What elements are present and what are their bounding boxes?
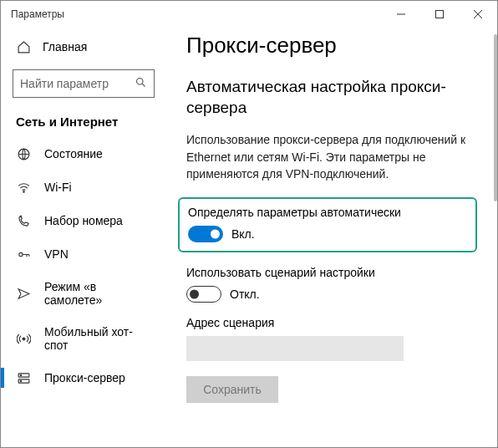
sidebar-item-proxy[interactable]: Прокси-сервер [1,361,166,395]
sidebar-home[interactable]: Главная [1,33,166,61]
sidebar-item-hotspot[interactable]: Мобильный хот-спот [1,316,166,361]
main-panel: Прокси-сервер Автоматическая настройка п… [166,28,497,447]
use-script-setting: Использовать сценарий настройки Откл. [186,266,480,303]
sidebar-item-label: VPN [44,247,69,261]
sidebar-item-vpn[interactable]: VPN [1,237,166,271]
search-icon [135,76,147,91]
section-description: Использование прокси-сервера для подключ… [186,131,480,182]
sidebar-item-dialup[interactable]: Набор номера [1,204,166,237]
sidebar-item-label: Прокси-сервер [44,371,125,384]
sidebar-item-airplane[interactable]: Режим «в самолете» [1,271,166,316]
svg-rect-1 [436,11,444,18]
svg-point-8 [18,252,22,256]
auto-detect-toggle[interactable] [188,226,223,242]
wifi-icon [16,180,31,195]
sidebar-item-label: Мобильный хот-спот [44,325,151,352]
auto-detect-setting: Определять параметры автоматически Вкл. [178,197,477,252]
sidebar-item-label: Wi-Fi [44,181,72,194]
auto-detect-label: Определять параметры автоматически [188,206,467,219]
dialup-icon [16,213,31,228]
minimize-button[interactable] [382,1,420,28]
airplane-icon [16,286,31,301]
title-bar: Параметры [1,1,497,28]
script-address-input[interactable] [186,336,404,361]
sidebar-item-status[interactable]: Состояние [1,137,166,171]
sidebar-section-title: Сеть и Интернет [1,109,166,137]
vpn-icon [16,247,31,262]
sidebar-home-label: Главная [43,40,87,53]
page-title: Прокси-сервер [186,33,480,59]
use-script-state: Откл. [230,288,260,301]
svg-point-13 [20,380,21,381]
hotspot-icon [16,331,31,346]
section-subtitle: Автоматическая настройка прокси-сервера [186,77,480,118]
status-icon [16,146,31,161]
sidebar-item-label: Режим «в самолете» [44,280,151,307]
window-title: Параметры [11,8,64,20]
save-button-label: Сохранить [203,383,262,396]
use-script-label: Использовать сценарий настройки [186,266,480,279]
auto-detect-state: Вкл. [231,227,255,241]
home-icon [16,39,31,54]
scrollbar[interactable] [494,34,497,201]
svg-point-4 [137,79,144,85]
close-button[interactable] [459,1,497,28]
svg-point-12 [20,374,21,375]
maximize-button[interactable] [420,1,459,28]
sidebar-item-label: Набор номера [44,214,123,227]
script-address-label: Адрес сценария [186,316,480,329]
svg-line-5 [142,84,145,86]
sidebar-item-wifi[interactable]: Wi-Fi [1,171,166,204]
sidebar-item-label: Состояние [44,147,103,160]
save-button[interactable]: Сохранить [186,376,278,403]
search-input[interactable]: Найти параметр [13,69,155,98]
proxy-icon [16,370,31,385]
search-placeholder: Найти параметр [20,77,109,90]
sidebar: Главная Найти параметр Сеть и Интернет С… [1,28,166,447]
svg-point-9 [23,338,25,340]
svg-point-7 [23,191,23,191]
use-script-toggle[interactable] [186,286,221,303]
